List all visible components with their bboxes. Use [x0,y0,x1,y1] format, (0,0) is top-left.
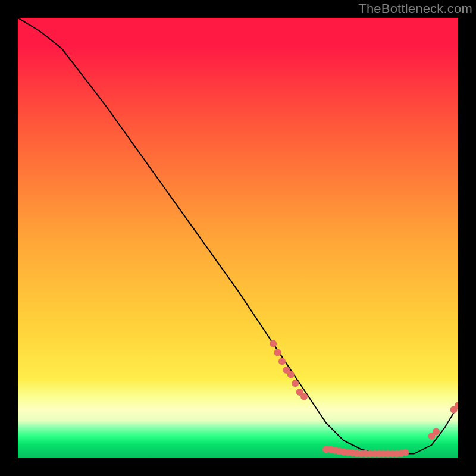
data-marker [274,349,281,356]
data-marker [292,380,299,387]
watermark-text: TheBottleneck.com [358,1,472,17]
data-marker [433,428,440,436]
data-marker [278,358,286,365]
data-marker [402,449,409,456]
bottleneck-curve [18,18,458,454]
data-marker [287,371,295,378]
chart-frame: TheBottleneck.com [0,0,476,476]
plot-area [18,18,458,458]
marker-layer [270,340,458,458]
data-marker [300,393,308,400]
chart-svg [18,18,458,458]
data-marker [270,340,277,347]
